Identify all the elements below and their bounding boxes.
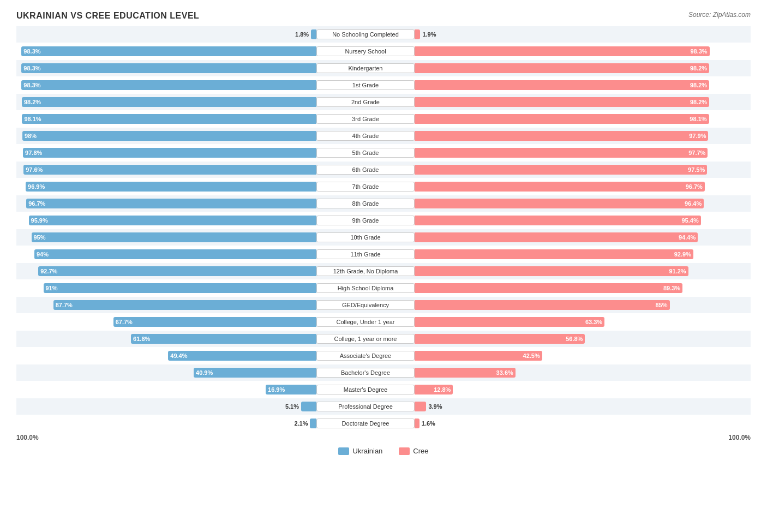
left-section: 95% bbox=[16, 229, 316, 246]
bar-row: 98.3%1st Grade98.2% bbox=[16, 77, 751, 93]
bar-left: 98.1% bbox=[22, 114, 316, 124]
right-section: 97.7% bbox=[415, 145, 715, 161]
left-section: 98.3% bbox=[16, 60, 316, 76]
row-label: 11th Grade bbox=[316, 249, 415, 259]
left-section: 91% bbox=[16, 280, 316, 296]
bar-right-value-outside: 1.9% bbox=[422, 31, 436, 38]
bar-row: 96.7%8th Grade96.4% bbox=[16, 195, 751, 212]
bar-right: 56.8% bbox=[415, 334, 585, 344]
left-section: 98.3% bbox=[16, 77, 316, 93]
bar-left-value: 16.9% bbox=[266, 386, 285, 393]
bottom-left-label: 100.0% bbox=[16, 434, 39, 441]
bar-left: 95% bbox=[32, 232, 317, 242]
legend-color-ukrainian bbox=[338, 447, 349, 455]
left-section: 98.3% bbox=[16, 43, 316, 59]
bar-left-value: 67.7% bbox=[113, 319, 133, 325]
left-section: 96.9% bbox=[16, 178, 316, 195]
row-label: 4th Grade bbox=[316, 131, 415, 141]
bar-right-value: 94.4% bbox=[679, 234, 698, 241]
bar-left-value: 98.2% bbox=[22, 99, 41, 105]
row-label: 3rd Grade bbox=[316, 114, 415, 124]
row-label: Professional Degree bbox=[316, 402, 415, 411]
left-section: 95.9% bbox=[16, 212, 316, 229]
bottom-right-label: 100.0% bbox=[728, 434, 751, 441]
bar-right: 12.8% bbox=[415, 385, 453, 394]
bar-right-value: 56.8% bbox=[566, 336, 585, 342]
bar-left: 97.8% bbox=[23, 148, 316, 158]
bar-right: 95.4% bbox=[415, 216, 701, 225]
bar-left: 95.9% bbox=[29, 216, 316, 225]
bar-left-value-outside: 5.1% bbox=[285, 403, 299, 410]
bar-right: 97.9% bbox=[415, 131, 708, 141]
bar-right-value: 12.8% bbox=[434, 386, 453, 393]
bar-left-value: 49.4% bbox=[168, 352, 187, 359]
right-section: 98.2% bbox=[415, 60, 715, 76]
bar-left: 40.9% bbox=[194, 368, 316, 378]
bar-left: 97.6% bbox=[23, 165, 316, 175]
right-section: 92.9% bbox=[415, 246, 715, 262]
bar-right: 98.2% bbox=[415, 80, 709, 90]
bar-left: 96.7% bbox=[26, 199, 316, 208]
bar-left: 67.7% bbox=[113, 317, 316, 327]
right-section: 63.3% bbox=[415, 314, 715, 330]
bar-left-value: 97.6% bbox=[23, 166, 43, 173]
bar-left: 61.8% bbox=[131, 334, 316, 344]
right-section: 3.9% bbox=[415, 398, 715, 415]
left-section: 92.7% bbox=[16, 263, 316, 279]
right-section: 98.2% bbox=[415, 77, 715, 93]
bar-right-value-outside: 3.9% bbox=[428, 403, 442, 410]
right-section: 96.7% bbox=[415, 178, 715, 195]
row-label: 9th Grade bbox=[316, 216, 415, 225]
row-label: Nursery School bbox=[316, 46, 415, 56]
bar-right: 63.3% bbox=[415, 317, 604, 327]
row-label: 2nd Grade bbox=[316, 97, 415, 107]
legend-cree: Cree bbox=[399, 447, 428, 455]
bar-left: 49.4% bbox=[168, 351, 316, 361]
left-section: 16.9% bbox=[16, 381, 316, 398]
bar-left: 87.7% bbox=[53, 300, 316, 310]
bar-left-value: 40.9% bbox=[194, 369, 213, 376]
legend-ukrainian: Ukrainian bbox=[338, 447, 382, 455]
bar-right: 96.4% bbox=[415, 199, 704, 208]
bar-right: 94.4% bbox=[415, 232, 698, 242]
bar-right-value: 98.2% bbox=[690, 65, 709, 71]
chart-title: UKRAINIAN VS CREE EDUCATION LEVEL bbox=[16, 11, 751, 21]
left-section: 98% bbox=[16, 128, 316, 144]
right-section: 56.8% bbox=[415, 331, 715, 347]
bar-left-value-outside: 2.1% bbox=[294, 420, 308, 427]
right-section: 98.1% bbox=[415, 111, 715, 127]
bar-right: 98.2% bbox=[415, 63, 709, 73]
bar-right-value: 85% bbox=[655, 302, 669, 308]
bar-row: 97.8%5th Grade97.7% bbox=[16, 145, 751, 161]
bar-left: 92.7% bbox=[38, 266, 316, 276]
bar-row: 2.1%Doctorate Degree1.6% bbox=[16, 415, 751, 432]
bar-right: 96.7% bbox=[415, 182, 705, 192]
bar-row: 95.9%9th Grade95.4% bbox=[16, 212, 751, 229]
bar-right-value: 91.2% bbox=[669, 268, 688, 274]
bar-row: 97.6%6th Grade97.5% bbox=[16, 162, 751, 178]
bar-left-value: 94% bbox=[34, 251, 49, 258]
bar-right: 85% bbox=[415, 300, 670, 310]
bar-row: 92.7%12th Grade, No Diploma91.2% bbox=[16, 263, 751, 279]
bar-right: 42.5% bbox=[415, 351, 542, 361]
left-section: 97.6% bbox=[16, 162, 316, 178]
left-section: 98.1% bbox=[16, 111, 316, 127]
bar-row: 91%High School Diploma89.3% bbox=[16, 280, 751, 296]
bar-right bbox=[415, 419, 420, 428]
bar-right: 98.1% bbox=[415, 114, 709, 124]
left-section: 96.7% bbox=[16, 195, 316, 212]
bar-row: 40.9%Bachelor's Degree33.6% bbox=[16, 364, 751, 381]
source-text: Source: ZipAtlas.com bbox=[688, 11, 751, 19]
bar-left: 98.3% bbox=[21, 63, 316, 73]
left-section: 5.1% bbox=[16, 398, 316, 415]
bar-left bbox=[310, 419, 316, 428]
bar-right: 92.9% bbox=[415, 249, 693, 259]
bar-right-value: 96.4% bbox=[685, 200, 704, 207]
bar-row: 98.2%2nd Grade98.2% bbox=[16, 94, 751, 110]
bar-left bbox=[311, 29, 316, 39]
bar-left: 96.9% bbox=[26, 182, 316, 192]
bar-right: 98.2% bbox=[415, 97, 709, 107]
right-section: 97.5% bbox=[415, 162, 715, 178]
bar-left: 91% bbox=[44, 283, 317, 293]
bar-left-value: 95.9% bbox=[29, 217, 48, 224]
